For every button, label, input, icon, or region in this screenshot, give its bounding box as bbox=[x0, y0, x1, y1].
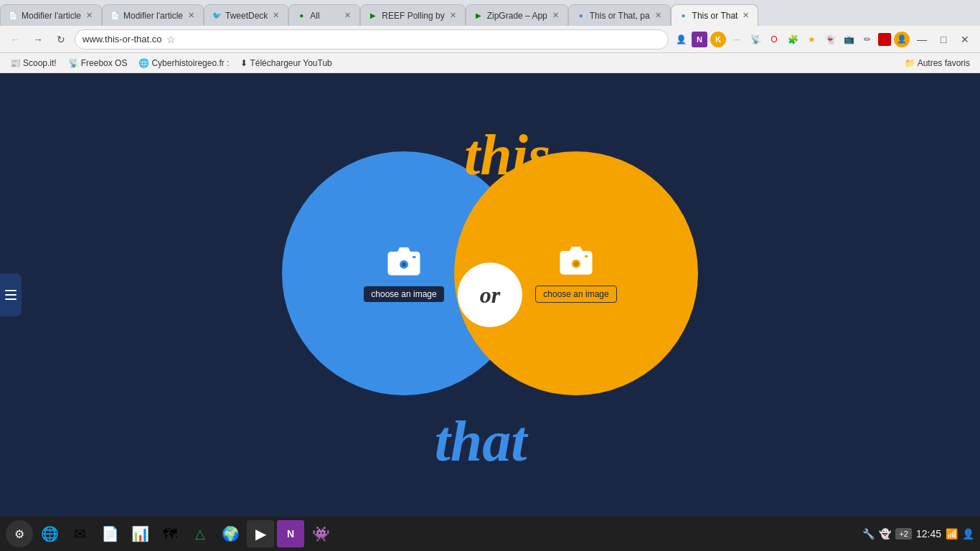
taskbar-gmail[interactable]: ✉ bbox=[66, 520, 93, 547]
tab-close-modifier1[interactable]: ✕ bbox=[85, 10, 94, 21]
ext-icon-star2[interactable]: ★ bbox=[804, 32, 819, 47]
taskbar-earth[interactable]: 🌍 bbox=[217, 520, 244, 547]
page-content: this choose an image bbox=[0, 73, 980, 517]
reload-button[interactable]: ↻ bbox=[52, 30, 70, 49]
back-button[interactable]: ← bbox=[6, 30, 24, 49]
this-text: this bbox=[464, 123, 550, 188]
profile-icon[interactable]: 👤 bbox=[894, 32, 910, 47]
tab-close-all[interactable]: ✕ bbox=[343, 10, 352, 21]
tab-modifier2[interactable]: 📄 Modifier l'article ✕ bbox=[102, 4, 204, 26]
bookmark-favicon-freebox: 📡 bbox=[68, 58, 79, 68]
or-text: or bbox=[480, 282, 500, 309]
tab-favicon-zipgrade: ▶ bbox=[473, 11, 484, 21]
taskbar-maps[interactable]: 🗺 bbox=[156, 520, 184, 547]
taskbar-chrome[interactable]: 🌐 bbox=[36, 520, 63, 547]
ext-icon-red[interactable] bbox=[878, 33, 891, 46]
bookmark-favicon-scoopit: 📰 bbox=[10, 58, 21, 68]
tab-favicon-tweetdeck: 🐦 bbox=[212, 11, 222, 21]
svg-rect-3 bbox=[413, 256, 416, 258]
taskbar-onenote[interactable]: N bbox=[277, 520, 304, 547]
taskbar-ghost-icon[interactable]: 👻 bbox=[879, 528, 891, 540]
taskbar-sys-icon[interactable]: 🔧 bbox=[862, 528, 875, 540]
tab-close-reef[interactable]: ✕ bbox=[448, 10, 458, 21]
bookmark-cyberhistoire[interactable]: 🌐 Cyberhistoiregeo.fr : bbox=[134, 57, 233, 70]
camera-icon-yellow bbox=[555, 244, 598, 280]
that-text: that bbox=[435, 409, 527, 474]
bookmark-autres[interactable]: 📁 Autres favoris bbox=[900, 57, 974, 70]
choose-image-label-yellow[interactable]: choose an image bbox=[535, 286, 616, 303]
menu-button[interactable] bbox=[0, 273, 22, 316]
tab-all[interactable]: ● All ✕ bbox=[288, 4, 360, 26]
tab-favicon-reef: ▶ bbox=[368, 11, 378, 21]
svg-rect-7 bbox=[585, 255, 588, 258]
tab-favicon-thisorthat-prev: ● bbox=[576, 11, 586, 21]
tab-close-zipgrade[interactable]: ✕ bbox=[551, 10, 560, 21]
forward-button[interactable]: → bbox=[29, 30, 47, 49]
tab-reef[interactable]: ▶ REEF Polling by ✕ bbox=[360, 4, 465, 26]
bookmark-favicon-cyberhistoire: 🌐 bbox=[138, 58, 149, 68]
or-circle: or bbox=[458, 263, 522, 327]
bookmark-star-icon[interactable]: ☆ bbox=[166, 34, 176, 45]
svg-point-6 bbox=[574, 262, 578, 266]
ext-icon-opera[interactable]: O bbox=[766, 32, 782, 47]
toolbar-icons: 👤 N K ··· 📡 O 🧩 ★ 👻 📺 ✏ 👤 — □ ✕ bbox=[673, 30, 974, 49]
taskbar-docs[interactable]: 📄 bbox=[96, 520, 123, 547]
tab-modifier1[interactable]: 📄 Modifier l'article ✕ bbox=[0, 4, 102, 26]
choose-image-label-blue[interactable]: choose an image bbox=[364, 286, 443, 302]
tab-close-thisorthat-prev[interactable]: ✕ bbox=[654, 10, 663, 21]
address-bar[interactable]: www.this-or-that.co ☆ bbox=[75, 29, 669, 50]
tab-close-modifier2[interactable]: ✕ bbox=[187, 10, 196, 21]
tab-favicon-modifier2: 📄 bbox=[110, 11, 120, 21]
tab-zipgrade[interactable]: ▶ ZipGrade – App ✕ bbox=[466, 4, 568, 26]
bookmark-scoopit[interactable]: 📰 Scoop.it! bbox=[6, 57, 61, 70]
menu-lines-icon bbox=[5, 290, 17, 300]
bookmarks-bar: 📰 Scoop.it! 📡 Freebox OS 🌐 Cyberhistoire… bbox=[0, 53, 980, 73]
tab-thisorthat-prev[interactable]: ● This or That, pa ✕ bbox=[568, 4, 671, 26]
taskbar-play[interactable]: ▶ bbox=[247, 520, 274, 547]
ext-icon-cast[interactable]: 📺 bbox=[841, 32, 857, 47]
taskbar-user-icon[interactable]: 👤 bbox=[962, 528, 974, 540]
ext-icon-onenote[interactable]: N bbox=[692, 32, 707, 47]
taskbar-chromeos[interactable]: ⚙ bbox=[6, 520, 33, 547]
minimize-button[interactable]: — bbox=[913, 30, 931, 49]
browser-frame: 📄 Modifier l'article ✕ 📄 Modifier l'arti… bbox=[0, 0, 980, 551]
ext-icon-dots[interactable]: ··· bbox=[729, 32, 745, 47]
taskbar-alien[interactable]: 👾 bbox=[307, 520, 334, 547]
ext-icon-ghost[interactable]: 👻 bbox=[822, 32, 838, 47]
ext-icon-puzzle[interactable]: 🧩 bbox=[785, 32, 801, 47]
ext-icon-pen[interactable]: ✏ bbox=[859, 32, 875, 47]
tab-tweetdeck[interactable]: 🐦 TweetDeck ✕ bbox=[204, 4, 288, 26]
bookmark-folder-icon: 📁 bbox=[905, 58, 915, 68]
ext-icon-rss[interactable]: 📡 bbox=[748, 32, 763, 47]
maximize-button[interactable]: □ bbox=[934, 30, 953, 49]
taskbar-wifi: 📶 bbox=[946, 528, 958, 540]
bookmark-freebox[interactable]: 📡 Freebox OS bbox=[64, 57, 132, 70]
bookmark-youtube[interactable]: ⬇ Téléchargeur YouTub bbox=[236, 57, 336, 70]
taskbar-sheets[interactable]: 📊 bbox=[126, 520, 154, 547]
bookmark-favicon-youtube: ⬇ bbox=[240, 58, 248, 68]
svg-point-2 bbox=[402, 263, 406, 267]
camera-icon-blue bbox=[382, 245, 425, 281]
tab-favicon-thisorthat-active: ● bbox=[679, 11, 689, 21]
ext-icon-k[interactable]: K bbox=[710, 32, 726, 47]
close-button[interactable]: ✕ bbox=[956, 30, 974, 49]
tab-favicon-modifier1: 📄 bbox=[8, 11, 18, 21]
tab-thisorthat-active[interactable]: ● This or That ✕ bbox=[671, 4, 759, 26]
taskbar-badge: +2 bbox=[895, 528, 912, 540]
taskbar: ⚙ 🌐 ✉ 📄 📊 🗺 △ 🌍 ▶ N 👾 🔧 👻 +2 12:45 📶 👤 bbox=[0, 517, 980, 551]
ext-icon-1[interactable]: 👤 bbox=[673, 32, 689, 47]
address-text: www.this-or-that.co bbox=[83, 34, 162, 44]
tab-close-tweetdeck[interactable]: ✕ bbox=[271, 10, 281, 21]
toolbar: ← → ↻ www.this-or-that.co ☆ 👤 N K ··· 📡 … bbox=[0, 26, 980, 53]
venn-container: this choose an image bbox=[239, 108, 741, 481]
tab-bar: 📄 Modifier l'article ✕ 📄 Modifier l'arti… bbox=[0, 0, 980, 26]
taskbar-drive[interactable]: △ bbox=[187, 520, 214, 547]
tab-favicon-all: ● bbox=[296, 11, 306, 21]
tab-close-thisorthat-active[interactable]: ✕ bbox=[741, 10, 750, 21]
taskbar-clock: 12:45 bbox=[916, 528, 941, 540]
taskbar-right: 🔧 👻 +2 12:45 📶 👤 bbox=[862, 528, 974, 540]
